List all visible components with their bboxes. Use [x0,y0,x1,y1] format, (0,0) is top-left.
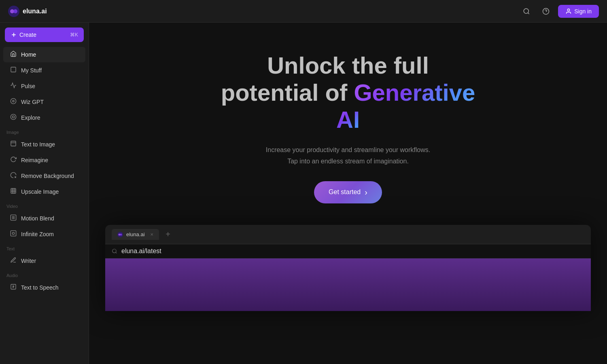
infinite-zoom-icon [10,230,17,238]
hero-title: Unlock the full potential of Generative … [221,52,475,133]
svg-rect-16 [11,188,16,193]
logo-icon [8,6,19,17]
svg-point-2 [13,9,17,13]
svg-point-19 [12,232,14,234]
image-section-label: Image [0,126,89,136]
layout: Create ⌘K Home My Stuff [0,23,607,364]
sidebar-item-pulse-label: Pulse [21,83,35,89]
help-icon [542,8,550,15]
sidebar-item-wiz-gpt-label: Wiz GPT [21,99,44,105]
hero-subtitle: Increase your productivity and streamlin… [266,144,430,166]
browser-tab-close[interactable]: × [151,231,154,237]
svg-rect-10 [11,67,16,72]
hero-subtitle-line1: Increase your productivity and streamlin… [266,146,430,153]
remove-background-icon [10,172,17,180]
browser-tab-add[interactable]: + [166,230,170,239]
sidebar-item-pulse[interactable]: Pulse [3,78,85,94]
svg-rect-18 [11,231,16,236]
tab-favicon [117,232,123,237]
create-shortcut: ⌘K [70,32,78,38]
sidebar-item-remove-background[interactable]: Remove Background [3,168,85,184]
hero-section: Unlock the full potential of Generative … [89,23,607,225]
help-button[interactable] [539,4,553,19]
header: eluna.ai Sign in [0,0,607,23]
create-button[interactable]: Create ⌘K [5,28,84,42]
home-icon [10,51,17,59]
hero-subtitle-line2: Tap into an endless stream of imaginatio… [287,158,409,165]
svg-line-25 [116,252,117,254]
explore-icon [10,114,17,122]
sidebar-item-text-to-speech[interactable]: Text to Speech [3,280,85,295]
sidebar-item-explore-label: Explore [21,114,40,121]
main-content: Unlock the full potential of Generative … [89,23,607,364]
sidebar-item-home-label: Home [21,51,36,58]
search-icon [523,8,530,15]
svg-point-7 [568,9,570,11]
svg-point-14 [12,116,14,118]
wiz-gpt-icon [10,98,17,106]
sidebar-item-reimagine-label: Reimagine [21,157,48,163]
sidebar-item-my-stuff-label: My Stuff [21,67,42,74]
header-actions: Sign in [519,4,599,19]
sidebar-item-text-to-image[interactable]: Text to Image [3,137,85,152]
svg-point-24 [112,249,116,253]
sidebar-item-wiz-gpt[interactable]: Wiz GPT [3,94,85,110]
sidebar-item-upscale-image[interactable]: Upscale Image [3,184,85,199]
logo-text: eluna.ai [23,8,47,15]
text-to-speech-icon [10,284,17,292]
svg-point-3 [524,8,528,13]
text-section-label: Text [0,242,89,253]
svg-point-12 [13,100,14,102]
browser-content [105,258,591,311]
upscale-image-icon [10,188,17,196]
browser-tab-bar: eluna.ai × + [105,225,591,244]
sidebar-item-infinite-zoom[interactable]: Infinite Zoom [3,226,85,242]
browser-tab-label: eluna.ai [126,231,145,237]
browser-search-icon [112,248,117,254]
sidebar-item-upscale-image-label: Upscale Image [21,188,59,195]
reimagine-icon [10,156,17,164]
hero-title-ai: AI [336,106,360,133]
writer-icon [10,257,17,265]
svg-line-4 [528,13,529,14]
hero-title-gradient: Generative [354,79,475,106]
svg-point-13 [11,114,16,119]
hero-title-line2-prefix: potential of [221,79,354,106]
sidebar: Create ⌘K Home My Stuff [0,23,89,364]
sidebar-item-writer[interactable]: Writer [3,253,85,269]
sidebar-item-text-to-speech-label: Text to Speech [21,284,59,291]
sidebar-item-text-to-image-label: Text to Image [21,141,55,148]
browser-tab[interactable]: eluna.ai × [112,229,159,240]
motion-blend-icon [10,214,17,222]
sidebar-item-remove-background-label: Remove Background [21,173,74,179]
hero-title-line1: Unlock the full [267,52,429,78]
audio-section-label: Audio [0,269,89,279]
browser-address-bar: eluna.ai/latest [105,244,591,258]
get-started-label: Get started [329,188,361,196]
user-icon [565,8,572,15]
browser-content-visual [105,258,591,311]
search-button[interactable] [519,4,534,19]
sidebar-item-infinite-zoom-label: Infinite Zoom [21,231,54,237]
browser-url: eluna.ai/latest [121,248,161,255]
get-started-button[interactable]: Get started › [314,181,382,203]
sidebar-item-explore[interactable]: Explore [3,110,85,125]
sidebar-item-writer-label: Writer [21,258,36,264]
video-section-label: Video [0,200,89,210]
pulse-icon [10,82,17,90]
sidebar-item-my-stuff[interactable]: My Stuff [3,63,85,78]
sidebar-item-reimagine[interactable]: Reimagine [3,152,85,168]
sidebar-item-motion-blend-label: Motion Blend [21,215,54,222]
svg-rect-15 [11,141,16,146]
text-to-image-icon [10,140,17,148]
svg-point-23 [120,233,122,235]
sidebar-item-motion-blend[interactable]: Motion Blend [3,211,85,226]
browser-mockup: eluna.ai × + eluna.ai/latest [105,225,591,311]
plus-icon [11,32,17,38]
my-stuff-icon [10,66,17,74]
logo: eluna.ai [8,6,47,17]
get-started-arrow: › [365,188,367,197]
sign-in-button[interactable]: Sign in [558,5,599,18]
svg-point-11 [11,98,16,104]
sidebar-item-home[interactable]: Home [3,47,85,62]
